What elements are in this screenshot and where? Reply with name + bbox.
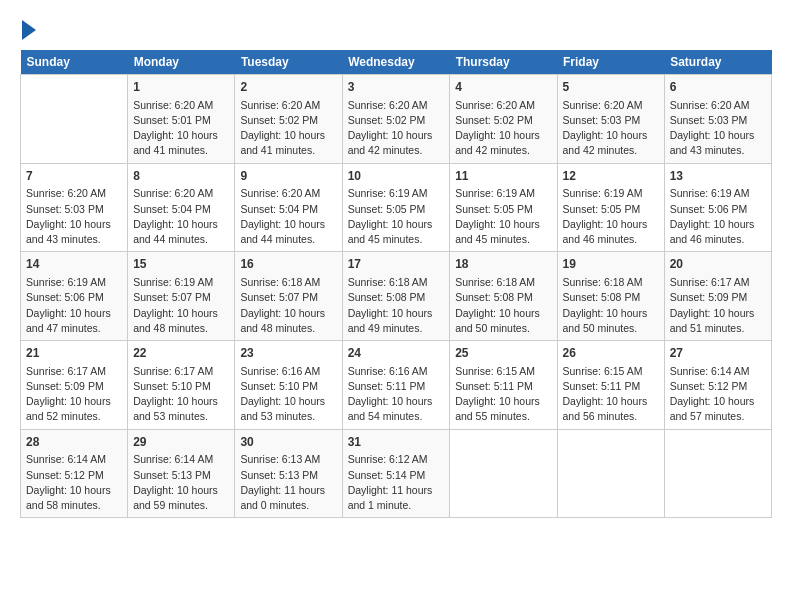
- day-number: 3: [348, 79, 445, 96]
- calendar-cell: 11Sunrise: 6:19 AMSunset: 5:05 PMDayligh…: [450, 163, 557, 252]
- calendar-week-row: 1Sunrise: 6:20 AMSunset: 5:01 PMDaylight…: [21, 75, 772, 164]
- day-number: 11: [455, 168, 551, 185]
- header-cell-wednesday: Wednesday: [342, 50, 450, 75]
- calendar-cell: 23Sunrise: 6:16 AMSunset: 5:10 PMDayligh…: [235, 341, 342, 430]
- day-info: Sunrise: 6:18 AMSunset: 5:07 PMDaylight:…: [240, 275, 336, 336]
- day-info: Sunrise: 6:19 AMSunset: 5:07 PMDaylight:…: [133, 275, 229, 336]
- calendar-cell: 17Sunrise: 6:18 AMSunset: 5:08 PMDayligh…: [342, 252, 450, 341]
- day-number: 21: [26, 345, 122, 362]
- calendar-cell: 18Sunrise: 6:18 AMSunset: 5:08 PMDayligh…: [450, 252, 557, 341]
- day-info: Sunrise: 6:20 AMSunset: 5:03 PMDaylight:…: [26, 186, 122, 247]
- logo-arrow-icon: [22, 20, 36, 40]
- logo: [20, 20, 36, 40]
- day-info: Sunrise: 6:14 AMSunset: 5:13 PMDaylight:…: [133, 452, 229, 513]
- day-number: 13: [670, 168, 766, 185]
- day-info: Sunrise: 6:15 AMSunset: 5:11 PMDaylight:…: [563, 364, 659, 425]
- day-info: Sunrise: 6:14 AMSunset: 5:12 PMDaylight:…: [670, 364, 766, 425]
- calendar-cell: 7Sunrise: 6:20 AMSunset: 5:03 PMDaylight…: [21, 163, 128, 252]
- day-info: Sunrise: 6:13 AMSunset: 5:13 PMDaylight:…: [240, 452, 336, 513]
- day-info: Sunrise: 6:14 AMSunset: 5:12 PMDaylight:…: [26, 452, 122, 513]
- day-info: Sunrise: 6:18 AMSunset: 5:08 PMDaylight:…: [348, 275, 445, 336]
- header-cell-saturday: Saturday: [664, 50, 771, 75]
- day-info: Sunrise: 6:16 AMSunset: 5:10 PMDaylight:…: [240, 364, 336, 425]
- day-number: 28: [26, 434, 122, 451]
- day-number: 19: [563, 256, 659, 273]
- day-info: Sunrise: 6:19 AMSunset: 5:05 PMDaylight:…: [455, 186, 551, 247]
- day-number: 14: [26, 256, 122, 273]
- day-number: 23: [240, 345, 336, 362]
- calendar-cell: 20Sunrise: 6:17 AMSunset: 5:09 PMDayligh…: [664, 252, 771, 341]
- calendar-cell: 27Sunrise: 6:14 AMSunset: 5:12 PMDayligh…: [664, 341, 771, 430]
- day-info: Sunrise: 6:18 AMSunset: 5:08 PMDaylight:…: [455, 275, 551, 336]
- calendar-cell: 19Sunrise: 6:18 AMSunset: 5:08 PMDayligh…: [557, 252, 664, 341]
- day-info: Sunrise: 6:20 AMSunset: 5:04 PMDaylight:…: [240, 186, 336, 247]
- day-info: Sunrise: 6:17 AMSunset: 5:10 PMDaylight:…: [133, 364, 229, 425]
- calendar-cell: [664, 429, 771, 518]
- header: [20, 20, 772, 40]
- day-info: Sunrise: 6:20 AMSunset: 5:02 PMDaylight:…: [240, 98, 336, 159]
- calendar-week-row: 7Sunrise: 6:20 AMSunset: 5:03 PMDaylight…: [21, 163, 772, 252]
- calendar-cell: [557, 429, 664, 518]
- calendar-week-row: 28Sunrise: 6:14 AMSunset: 5:12 PMDayligh…: [21, 429, 772, 518]
- day-info: Sunrise: 6:18 AMSunset: 5:08 PMDaylight:…: [563, 275, 659, 336]
- day-number: 5: [563, 79, 659, 96]
- calendar-cell: 6Sunrise: 6:20 AMSunset: 5:03 PMDaylight…: [664, 75, 771, 164]
- calendar-cell: 29Sunrise: 6:14 AMSunset: 5:13 PMDayligh…: [128, 429, 235, 518]
- day-number: 22: [133, 345, 229, 362]
- calendar-cell: [450, 429, 557, 518]
- calendar-cell: 21Sunrise: 6:17 AMSunset: 5:09 PMDayligh…: [21, 341, 128, 430]
- day-info: Sunrise: 6:12 AMSunset: 5:14 PMDaylight:…: [348, 452, 445, 513]
- day-info: Sunrise: 6:20 AMSunset: 5:04 PMDaylight:…: [133, 186, 229, 247]
- calendar-cell: 31Sunrise: 6:12 AMSunset: 5:14 PMDayligh…: [342, 429, 450, 518]
- day-number: 17: [348, 256, 445, 273]
- day-number: 6: [670, 79, 766, 96]
- day-number: 2: [240, 79, 336, 96]
- day-number: 7: [26, 168, 122, 185]
- calendar-cell: 16Sunrise: 6:18 AMSunset: 5:07 PMDayligh…: [235, 252, 342, 341]
- day-number: 25: [455, 345, 551, 362]
- day-number: 29: [133, 434, 229, 451]
- day-number: 1: [133, 79, 229, 96]
- calendar-cell: 8Sunrise: 6:20 AMSunset: 5:04 PMDaylight…: [128, 163, 235, 252]
- calendar-cell: 2Sunrise: 6:20 AMSunset: 5:02 PMDaylight…: [235, 75, 342, 164]
- calendar-cell: 3Sunrise: 6:20 AMSunset: 5:02 PMDaylight…: [342, 75, 450, 164]
- calendar-cell: 13Sunrise: 6:19 AMSunset: 5:06 PMDayligh…: [664, 163, 771, 252]
- day-info: Sunrise: 6:19 AMSunset: 5:06 PMDaylight:…: [26, 275, 122, 336]
- day-number: 15: [133, 256, 229, 273]
- header-cell-sunday: Sunday: [21, 50, 128, 75]
- day-info: Sunrise: 6:20 AMSunset: 5:02 PMDaylight:…: [455, 98, 551, 159]
- header-cell-monday: Monday: [128, 50, 235, 75]
- calendar-week-row: 14Sunrise: 6:19 AMSunset: 5:06 PMDayligh…: [21, 252, 772, 341]
- day-info: Sunrise: 6:19 AMSunset: 5:05 PMDaylight:…: [348, 186, 445, 247]
- day-number: 12: [563, 168, 659, 185]
- day-info: Sunrise: 6:17 AMSunset: 5:09 PMDaylight:…: [670, 275, 766, 336]
- day-number: 8: [133, 168, 229, 185]
- calendar-cell: 5Sunrise: 6:20 AMSunset: 5:03 PMDaylight…: [557, 75, 664, 164]
- calendar-cell: [21, 75, 128, 164]
- day-number: 30: [240, 434, 336, 451]
- calendar-header-row: SundayMondayTuesdayWednesdayThursdayFrid…: [21, 50, 772, 75]
- day-info: Sunrise: 6:16 AMSunset: 5:11 PMDaylight:…: [348, 364, 445, 425]
- calendar-cell: 15Sunrise: 6:19 AMSunset: 5:07 PMDayligh…: [128, 252, 235, 341]
- day-number: 18: [455, 256, 551, 273]
- day-info: Sunrise: 6:17 AMSunset: 5:09 PMDaylight:…: [26, 364, 122, 425]
- day-number: 4: [455, 79, 551, 96]
- calendar-cell: 22Sunrise: 6:17 AMSunset: 5:10 PMDayligh…: [128, 341, 235, 430]
- day-info: Sunrise: 6:19 AMSunset: 5:05 PMDaylight:…: [563, 186, 659, 247]
- calendar-cell: 12Sunrise: 6:19 AMSunset: 5:05 PMDayligh…: [557, 163, 664, 252]
- day-number: 31: [348, 434, 445, 451]
- header-cell-tuesday: Tuesday: [235, 50, 342, 75]
- calendar-table: SundayMondayTuesdayWednesdayThursdayFrid…: [20, 50, 772, 518]
- calendar-cell: 26Sunrise: 6:15 AMSunset: 5:11 PMDayligh…: [557, 341, 664, 430]
- day-number: 24: [348, 345, 445, 362]
- calendar-cell: 1Sunrise: 6:20 AMSunset: 5:01 PMDaylight…: [128, 75, 235, 164]
- day-number: 16: [240, 256, 336, 273]
- calendar-cell: 28Sunrise: 6:14 AMSunset: 5:12 PMDayligh…: [21, 429, 128, 518]
- calendar-cell: 14Sunrise: 6:19 AMSunset: 5:06 PMDayligh…: [21, 252, 128, 341]
- day-info: Sunrise: 6:19 AMSunset: 5:06 PMDaylight:…: [670, 186, 766, 247]
- day-info: Sunrise: 6:20 AMSunset: 5:03 PMDaylight:…: [563, 98, 659, 159]
- header-cell-friday: Friday: [557, 50, 664, 75]
- header-cell-thursday: Thursday: [450, 50, 557, 75]
- calendar-cell: 25Sunrise: 6:15 AMSunset: 5:11 PMDayligh…: [450, 341, 557, 430]
- day-number: 26: [563, 345, 659, 362]
